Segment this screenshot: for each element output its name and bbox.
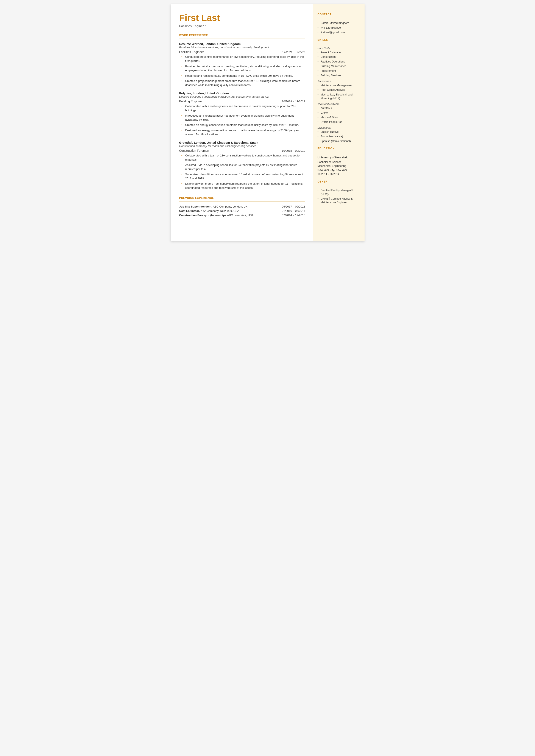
other-divider [318, 185, 360, 185]
techniques-label: Techniques: [318, 80, 360, 83]
hard-skills-list: Project Estimation Construction Faciliti… [318, 51, 360, 78]
job-dates-2: 10/2019 – 11/2021 [282, 100, 305, 103]
job-header-1: Facilities Engineer 12/2021 – Present [179, 50, 305, 54]
bullet-list-2: Collaborated with 7 civil engineers and … [179, 104, 305, 137]
job-block-3: Growthsi, London, United Kingdom & Barce… [179, 141, 305, 190]
bullet-2-2: Created an energy conservation timetable… [182, 123, 305, 127]
prev-exp-dates-2: 07/2014 – 12/2015 [282, 213, 305, 217]
prev-exp-row-1: Cost Estimator, XYZ Company, New York, U… [179, 209, 305, 212]
languages-list: English (Native) Romanian (Native) Spani… [318, 130, 360, 143]
tool-0: AutoCAD [318, 106, 360, 110]
tool-2: Microsoft Visio [318, 116, 360, 120]
work-divider [179, 39, 305, 39]
contact-item-1: +44 1234567890 [318, 26, 360, 30]
job-header-3: Construction Foreman 10/2018 – 09/2019 [179, 149, 305, 153]
prev-exp-divider [179, 201, 305, 202]
right-column: CONTACT Cardiff, United Kingdom +44 1234… [313, 4, 365, 241]
job-title-1: Facilities Engineer [179, 50, 204, 54]
job-block-1: Resume Worded, London, United Kingdom Pr… [179, 42, 305, 87]
prev-exp-label-1: Cost Estimator, XYZ Company, New York, U… [179, 209, 239, 212]
prev-exp-row-0: Job Site Superintendent, ABC Company, Lo… [179, 205, 305, 208]
prev-exp-dates-1: 01/2016 – 05/2017 [282, 209, 305, 212]
other-heading: OTHER [318, 180, 360, 183]
technique-0: Maintenance Management [318, 84, 360, 88]
left-column: First Last Facilities Engineer WORK EXPE… [171, 4, 313, 241]
company-name-3: Growthsi, London, United Kingdom & Barce… [179, 141, 305, 144]
hard-skills-label: Hard Skills: [318, 47, 360, 50]
bullet-2-3: Designed an energy conservation program … [182, 128, 305, 137]
technique-2: Mechanical, Electrical, and Plumbing (ME… [318, 93, 360, 100]
hard-skill-5: Building Services [318, 74, 360, 78]
work-experience-heading: WORK EXPERIENCE [179, 34, 305, 37]
tool-1: CAFM [318, 111, 360, 115]
edu-field: Mechanical Engineering [318, 164, 360, 168]
bullet-list-3: Collaborated with a team of 18+ construc… [179, 154, 305, 190]
edu-location: New York City, New York [318, 168, 360, 172]
bullet-1-1: Provided technical expertise on heating,… [182, 65, 305, 72]
bullet-3-3: Examined work orders from supervisors re… [182, 182, 305, 190]
job-title-2: Building Engineer [179, 99, 203, 103]
tools-label: Tools and Software: [318, 102, 360, 106]
job-dates-1: 12/2021 – Present [282, 50, 305, 54]
bullet-2-1: Introduced an integrated asset managemen… [182, 114, 305, 122]
job-title-3: Construction Foreman [179, 149, 209, 153]
company-desc-2: Delivers solutions transforming infrastr… [179, 95, 305, 98]
edu-degree: Bachelor of Science [318, 160, 360, 164]
company-suffix-1: London, United Kingdom [204, 42, 241, 46]
hard-skill-2: Facilities Operations [318, 60, 360, 64]
hard-skill-1: Construction [318, 55, 360, 59]
hard-skill-3: Building Maintenance [318, 65, 360, 68]
candidate-name: First Last [179, 13, 305, 23]
bullet-3-0: Collaborated with a team of 18+ construc… [182, 154, 305, 162]
other-item-1: CFME® Certified Facility & Maintenance E… [318, 197, 360, 205]
prev-exp-label-2: Construction Surveyor (Internship), ABC,… [179, 213, 254, 217]
education-heading: EDUCATION [318, 147, 360, 150]
company-name-1: Resume Worded, London, United Kingdom [179, 42, 305, 46]
prev-exp-label-0: Job Site Superintendent, ABC Company, Lo… [179, 205, 248, 208]
education-block: University of New York Bachelor of Scien… [318, 155, 360, 176]
company-desc-1: Provides infrastructure services, constr… [179, 46, 305, 49]
bullet-1-2: Repaired and replaced faulty components … [182, 74, 305, 78]
resume-container: First Last Facilities Engineer WORK EXPE… [171, 4, 365, 241]
language-0: English (Native) [318, 130, 360, 134]
job-dates-3: 10/2018 – 09/2019 [282, 149, 305, 153]
company-desc-3: Construction company for roads and civil… [179, 144, 305, 148]
languages-label: Languages: [318, 126, 360, 129]
tool-3: Oracle PeopleSoft [318, 120, 360, 124]
technique-1: Root Cause Analysis [318, 88, 360, 92]
job-header-2: Building Engineer 10/2019 – 11/2021 [179, 99, 305, 103]
company-bold-2: Polyhire, [179, 92, 192, 95]
prev-exp-dates-0: 06/2017 – 09/2018 [282, 205, 305, 208]
bullet-3-1: Assisted PMs in developing schedules for… [182, 163, 305, 171]
bullet-1-3: Created a project management procedure t… [182, 79, 305, 87]
other-list: Certified Facility Manager® (CFM). CFME®… [318, 188, 360, 205]
bullet-3-2: Supervised demolition crews who removed … [182, 172, 305, 181]
language-2: Spanish (Conversational) [318, 139, 360, 143]
tools-list: AutoCAD CAFM Microsoft Visio Oracle Peop… [318, 106, 360, 124]
candidate-title: Facilities Engineer [179, 24, 305, 28]
language-1: Romanian (Native) [318, 135, 360, 139]
contact-item-0: Cardiff, United Kingdom [318, 21, 360, 25]
contact-heading: CONTACT [318, 13, 360, 16]
skills-heading: SKILLS [318, 38, 360, 42]
company-bold-3: Growthsi, [179, 141, 193, 144]
prev-exp-heading: PREVIOUS EXPERIENCE [179, 197, 305, 200]
job-block-2: Polyhire, London, United Kingdom Deliver… [179, 92, 305, 137]
company-name-2: Polyhire, London, United Kingdom [179, 92, 305, 95]
hard-skill-0: Project Estimation [318, 51, 360, 55]
bullet-1-0: Conducted preventive maintenance on RW's… [182, 55, 305, 63]
bullet-list-1: Conducted preventive maintenance on RW's… [179, 55, 305, 87]
edu-dates: 10/2011 - 06/2014 [318, 172, 360, 176]
techniques-list: Maintenance Management Root Cause Analys… [318, 84, 360, 100]
hard-skill-4: Procurement [318, 69, 360, 73]
company-bold-1: Resume Worded, [179, 42, 204, 46]
bullet-2-0: Collaborated with 7 civil engineers and … [182, 104, 305, 113]
prev-exp-row-2: Construction Surveyor (Internship), ABC,… [179, 213, 305, 217]
contact-list: Cardiff, United Kingdom +44 1234567890 f… [318, 21, 360, 35]
company-suffix-3: London, United Kingdom & Barcelona, Spai… [193, 141, 258, 144]
contact-item-2: first.last@gmail.com [318, 31, 360, 35]
other-item-0: Certified Facility Manager® (CFM). [318, 188, 360, 196]
company-suffix-2: London, United Kingdom [192, 92, 229, 95]
edu-school: University of New York [318, 155, 360, 160]
